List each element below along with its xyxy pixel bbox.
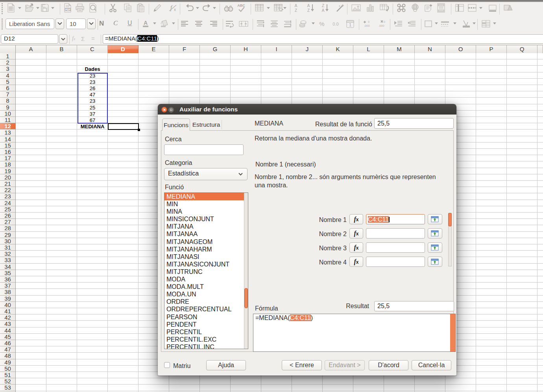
svg-text:0: 0 bbox=[368, 20, 369, 23]
svg-text:x: x bbox=[174, 7, 176, 12]
svg-text:PDF: PDF bbox=[65, 8, 70, 11]
svg-text:0.0: 0.0 bbox=[332, 22, 338, 26]
svg-text:Z: Z bbox=[322, 4, 324, 8]
svg-text:A: A bbox=[322, 8, 325, 13]
svg-text:Z: Z bbox=[307, 8, 310, 13]
svg-text:.000: .000 bbox=[379, 24, 384, 28]
svg-text:.000: .000 bbox=[364, 24, 370, 28]
svg-text:%: % bbox=[319, 20, 324, 27]
svg-text:0: 0 bbox=[384, 20, 385, 23]
svg-text:A: A bbox=[295, 4, 297, 8]
svg-text:A: A bbox=[144, 20, 148, 26]
svg-text:A: A bbox=[307, 4, 310, 8]
svg-text:Z: Z bbox=[295, 8, 297, 13]
svg-text:1: 1 bbox=[349, 22, 351, 27]
